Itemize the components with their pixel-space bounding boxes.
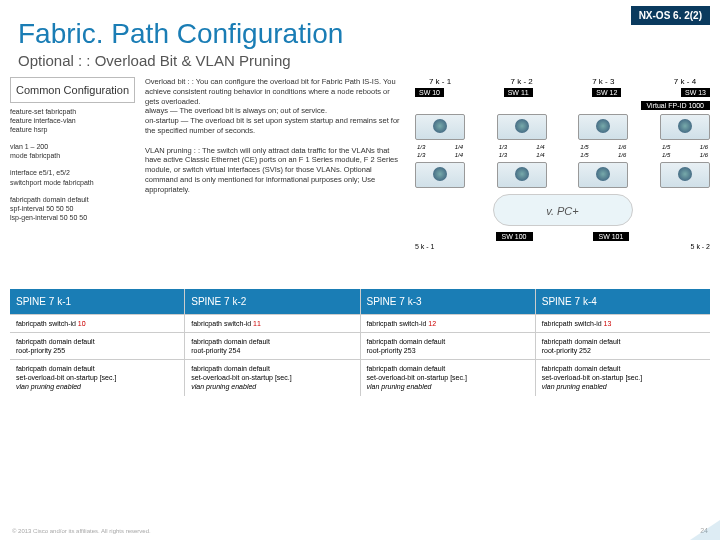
sw-label: SW 101 xyxy=(593,232,630,241)
7k-label: 7 k - 2 xyxy=(497,77,547,86)
diagram-column: 7 k - 1 7 k - 2 7 k - 3 7 k - 4 SW 10 SW… xyxy=(415,77,710,277)
slide-title: Fabric. Path Configuration xyxy=(0,0,720,52)
common-config-heading: Common Configuration xyxy=(10,77,135,103)
port-pair: 1/31/4 xyxy=(415,144,465,150)
sw-label: SW 100 xyxy=(496,232,533,241)
switch-icon xyxy=(415,162,465,188)
switch-icon xyxy=(415,114,465,140)
spine-cell: fabricpath domain default set-overload-b… xyxy=(185,360,359,395)
vfp-row: Virtual FP-ID 1000 xyxy=(415,99,710,110)
overload-text: Overload bit : : You can configure the o… xyxy=(145,77,396,106)
sw-label-row: SW 10 SW 11 SW 12 SW 13 xyxy=(415,88,710,97)
top-7k-row: 7 k - 1 7 k - 2 7 k - 3 7 k - 4 xyxy=(415,77,710,86)
sw-label: SW 13 xyxy=(681,88,710,97)
port-labels-bot: 1/31/4 1/31/4 1/51/6 1/51/6 xyxy=(415,152,710,158)
corner-accent-icon xyxy=(690,520,720,540)
port-pair: 1/31/4 xyxy=(497,152,547,158)
mid-switch-row xyxy=(415,162,710,188)
sw-label: SW 11 xyxy=(504,88,533,97)
spine-cell: fabricpath domain default set-overload-b… xyxy=(361,360,535,395)
7k-label: 7 k - 3 xyxy=(578,77,628,86)
port-pair: 1/31/4 xyxy=(497,144,547,150)
switch-icon xyxy=(578,162,628,188)
config-block-3: interface e5/1, e5/2 switchport mode fab… xyxy=(10,168,135,186)
spine-cell: fabricpath domain default set-overload-b… xyxy=(10,360,184,395)
always-text: always — The overload bit is always on; … xyxy=(145,106,327,115)
spine-cell: fabricpath switch-id 11 xyxy=(185,315,359,332)
port-pair: 1/51/6 xyxy=(578,144,628,150)
spine-header: SPINE 7 k-3 xyxy=(361,289,535,314)
switch-icon xyxy=(497,114,547,140)
spine-cell: fabricpath switch-id 10 xyxy=(10,315,184,332)
spine-table: SPINE 7 k-1 SPINE 7 k-2 SPINE 7 k-3 SPIN… xyxy=(10,289,710,396)
spine-header: SPINE 7 k-4 xyxy=(536,289,710,314)
7k-label: 7 k - 1 xyxy=(415,77,465,86)
vlan-description: VLAN pruning : : The switch will only at… xyxy=(145,146,405,195)
spine-cell: fabricpath domain default root-priority … xyxy=(10,333,184,359)
config-block-4: fabricpath domain default spf-interval 5… xyxy=(10,195,135,222)
bottom-5k-row: 5 k - 1 5 k - 2 xyxy=(415,243,710,250)
overload-description: Overload bit : : You can configure the o… xyxy=(145,77,405,136)
left-column: Common Configuration feature-set fabricp… xyxy=(10,77,135,277)
5k-label: 5 k - 2 xyxy=(691,243,710,250)
spine-cell: fabricpath domain default set-overload-b… xyxy=(536,360,710,395)
port-pair: 1/51/6 xyxy=(660,152,710,158)
spine-cell: fabricpath domain default root-priority … xyxy=(185,333,359,359)
spine-header: SPINE 7 k-2 xyxy=(185,289,359,314)
sw-label: SW 10 xyxy=(415,88,444,97)
copyright-footer: © 2013 Cisco and/or its affiliates. All … xyxy=(12,528,151,534)
switch-icon xyxy=(660,114,710,140)
bottom-sw-labels: SW 100 SW 101 xyxy=(415,232,710,241)
sw-label: SW 12 xyxy=(592,88,621,97)
main-content: Common Configuration feature-set fabricp… xyxy=(0,77,720,277)
version-badge: NX-OS 6. 2(2) xyxy=(631,6,710,25)
top-switch-row xyxy=(415,114,710,140)
switch-icon xyxy=(660,162,710,188)
spine-header: SPINE 7 k-1 xyxy=(10,289,184,314)
switch-icon xyxy=(497,162,547,188)
spine-cell: fabricpath domain default root-priority … xyxy=(361,333,535,359)
port-labels-top: 1/31/4 1/31/4 1/51/6 1/51/6 xyxy=(415,144,710,150)
spine-cell: fabricpath switch-id 13 xyxy=(536,315,710,332)
port-pair: 1/51/6 xyxy=(578,152,628,158)
config-block-1: feature-set fabricpath feature interface… xyxy=(10,107,135,134)
virtual-fpid-label: Virtual FP-ID 1000 xyxy=(641,101,710,110)
switch-icon xyxy=(578,114,628,140)
port-pair: 1/51/6 xyxy=(660,144,710,150)
spine-cell: fabricpath switch-id 12 xyxy=(361,315,535,332)
onstartup-text: on-startup — The overload bit is set upo… xyxy=(145,116,400,135)
5k-label: 5 k - 1 xyxy=(415,243,434,250)
spine-cell: fabricpath domain default root-priority … xyxy=(536,333,710,359)
config-block-2: vlan 1 – 200 mode fabricpath xyxy=(10,142,135,160)
description-column: Overload bit : : You can configure the o… xyxy=(145,77,405,277)
slide-subtitle: Optional : : Overload Bit & VLAN Pruning xyxy=(0,52,720,77)
port-pair: 1/31/4 xyxy=(415,152,465,158)
vpc-cloud: v. PC+ xyxy=(493,194,633,226)
7k-label: 7 k - 4 xyxy=(660,77,710,86)
